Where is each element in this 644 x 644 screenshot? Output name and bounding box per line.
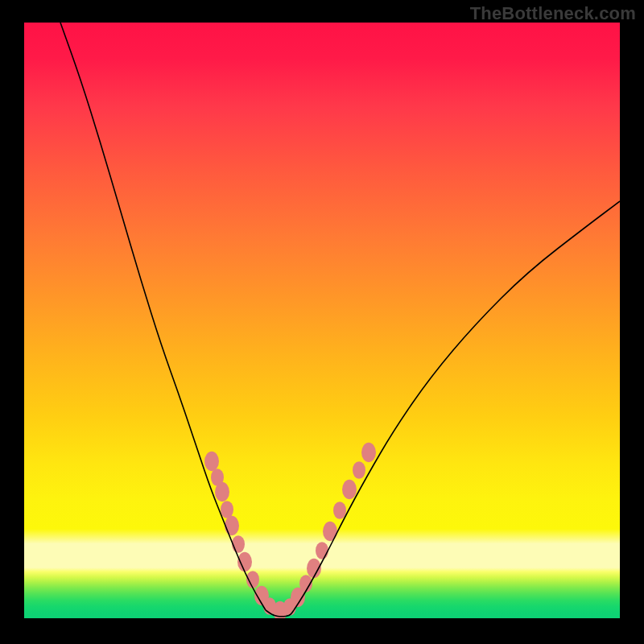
plot-area (24, 23, 620, 618)
watermark-text: TheBottleneck.com (470, 3, 636, 24)
right-branch-curve (294, 201, 620, 610)
marker-blob (221, 501, 233, 518)
marker-blob (323, 522, 337, 541)
marker-blob (232, 535, 245, 553)
marker-layer (204, 443, 376, 618)
marker-blob (215, 482, 229, 502)
marker-blob (353, 461, 365, 479)
marker-blob (342, 480, 357, 499)
marker-blob (333, 502, 346, 519)
marker-blob (225, 516, 239, 535)
chart-frame: TheBottleneck.com (0, 0, 644, 644)
marker-blob (204, 452, 219, 471)
marker-blob (316, 542, 328, 559)
curve-layer (24, 23, 620, 618)
marker-blob (361, 443, 376, 462)
